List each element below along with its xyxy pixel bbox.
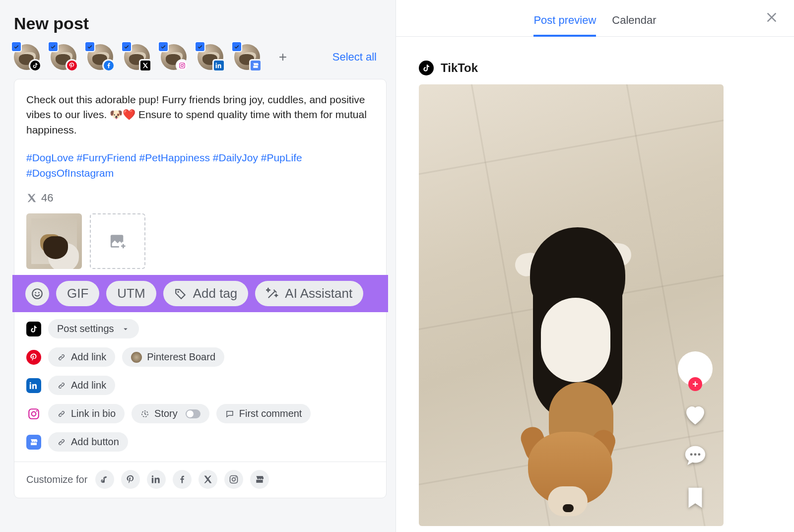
account-x[interactable] [124, 44, 150, 70]
post-settings-chip[interactable]: Post settings [48, 319, 139, 338]
svg-point-16 [698, 453, 700, 456]
link-in-bio-chip[interactable]: Link in bio [48, 404, 125, 423]
svg-point-8 [32, 411, 36, 416]
google-business-options-row: Add button [26, 432, 374, 452]
account-linkedin[interactable] [198, 44, 223, 70]
toolbar-highlight: GIF UTM Add tag AI Assistant [12, 275, 388, 312]
svg-point-3 [32, 289, 42, 299]
svg-point-14 [690, 453, 693, 456]
page-title: New post [14, 14, 387, 33]
pinterest-add-link-chip[interactable]: Add link [48, 347, 115, 367]
composer-card: Check out this adorable pup! Furry frien… [14, 79, 387, 498]
account-tiktok[interactable] [14, 44, 40, 70]
link-icon [57, 438, 66, 447]
linkedin-icon [26, 378, 41, 393]
customize-facebook[interactable] [173, 470, 192, 489]
story-icon [140, 409, 149, 418]
customize-google-business[interactable] [250, 470, 269, 489]
like-button[interactable] [682, 401, 709, 428]
add-button-chip[interactable]: Add button [48, 432, 128, 452]
tag-icon [174, 287, 187, 300]
preview-network-label: TikTok [441, 61, 478, 75]
post-text[interactable]: Check out this adorable pup! Furry frien… [26, 92, 374, 137]
composer-panel: New post [0, 0, 396, 532]
close-button[interactable] [763, 9, 780, 26]
image-add-icon [109, 233, 126, 250]
account-facebook[interactable] [87, 44, 113, 70]
emoji-icon [31, 287, 44, 300]
tiktok-profile-avatar[interactable]: + [678, 351, 713, 386]
divider [14, 462, 386, 462]
first-comment-chip[interactable]: First comment [216, 404, 311, 423]
svg-point-2 [183, 64, 184, 65]
follow-plus-icon[interactable]: + [688, 377, 702, 391]
selected-check-icon [48, 41, 59, 52]
media-thumbnail[interactable] [26, 213, 82, 269]
gif-button[interactable]: GIF [56, 281, 99, 306]
account-google-business[interactable] [234, 44, 260, 70]
google-business-icon [26, 435, 41, 450]
customize-pinterest[interactable] [121, 470, 140, 489]
customize-x[interactable] [198, 470, 217, 489]
story-toggle[interactable] [186, 409, 200, 418]
story-chip[interactable]: Story [132, 404, 209, 423]
selected-check-icon [231, 41, 242, 52]
accounts-list [14, 44, 260, 70]
account-instagram[interactable] [161, 44, 187, 70]
google-business-icon [249, 59, 262, 72]
pinterest-icon [26, 350, 41, 365]
customize-linkedin[interactable] [147, 470, 166, 489]
svg-point-9 [36, 410, 38, 411]
tiktok-icon [29, 59, 42, 72]
customize-row: Customize for [26, 470, 374, 489]
select-all-link[interactable]: Select all [332, 51, 387, 64]
tiktok-icon [419, 61, 434, 75]
add-media-button[interactable] [90, 213, 145, 269]
x-icon [139, 59, 152, 72]
account-pinterest[interactable] [51, 44, 76, 70]
link-icon [57, 409, 66, 418]
x-count-value: 46 [41, 192, 53, 204]
customize-instagram[interactable] [224, 470, 243, 489]
x-icon [26, 193, 37, 203]
tab-post-preview[interactable]: Post preview [533, 14, 596, 37]
instagram-icon [176, 59, 189, 72]
post-hashtags[interactable]: #DogLove #FurryFriend #PetHappiness #Dai… [26, 150, 374, 181]
close-icon [765, 11, 778, 24]
tab-calendar[interactable]: Calendar [612, 14, 656, 36]
selected-check-icon [121, 41, 132, 52]
selected-check-icon [158, 41, 169, 52]
linkedin-options-row: Add link [26, 376, 374, 395]
ai-assistant-button[interactable]: AI Assistant [255, 281, 363, 306]
preview-tabs: Post preview Calendar [396, 0, 794, 37]
instagram-icon [26, 406, 41, 421]
add-account-button[interactable]: + [276, 50, 290, 64]
link-icon [57, 381, 66, 390]
pinterest-board-chip[interactable]: Pinterest Board [122, 347, 224, 367]
board-avatar-icon [131, 352, 142, 363]
svg-point-15 [694, 453, 697, 456]
linkedin-add-link-chip[interactable]: Add link [48, 376, 115, 395]
pinterest-options-row: Add link Pinterest Board [26, 347, 374, 367]
customize-tiktok[interactable] [95, 470, 114, 489]
svg-point-6 [177, 291, 179, 292]
tiktok-preview: + [419, 84, 724, 526]
svg-point-5 [38, 292, 40, 293]
facebook-icon [102, 59, 115, 72]
emoji-button[interactable] [25, 282, 49, 306]
selected-check-icon [84, 41, 95, 52]
svg-point-12 [232, 478, 236, 481]
instagram-options-row: Link in bio Story First comment [26, 404, 374, 423]
add-tag-button[interactable]: Add tag [163, 281, 249, 306]
comment-icon [225, 409, 234, 418]
selected-check-icon [11, 41, 22, 52]
customize-label: Customize for [26, 474, 87, 485]
link-icon [57, 353, 66, 362]
accounts-row: + Select all [14, 44, 387, 70]
svg-point-1 [181, 65, 184, 67]
magic-wand-icon [266, 287, 279, 300]
tiktok-options-row: Post settings [26, 319, 374, 338]
utm-button[interactable]: UTM [106, 281, 156, 306]
bookmark-button[interactable] [682, 484, 709, 511]
comment-button[interactable] [682, 443, 709, 469]
